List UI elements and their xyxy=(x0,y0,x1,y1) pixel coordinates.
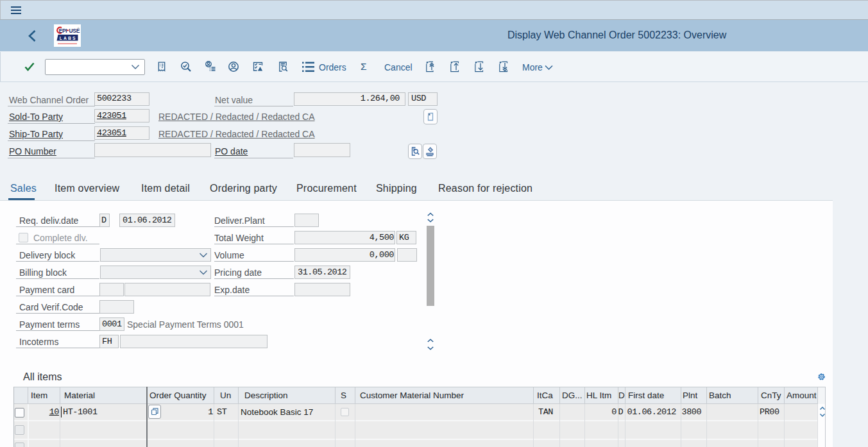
svg-text:USE: USE xyxy=(69,28,80,34)
svg-text:LABS: LABS xyxy=(60,36,77,40)
svg-text:EPI: EPI xyxy=(59,28,67,34)
